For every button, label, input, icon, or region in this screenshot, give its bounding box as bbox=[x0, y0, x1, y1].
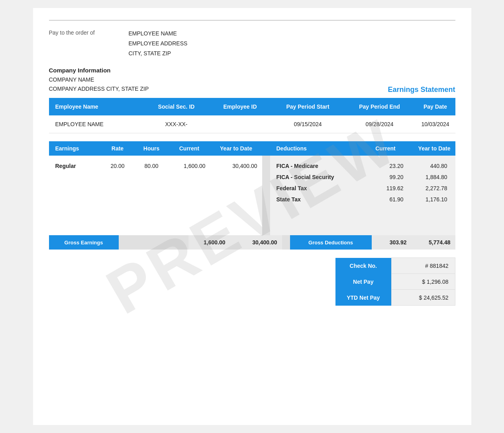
col-social-sec: Social Sec. ID bbox=[145, 102, 208, 111]
header-deductions-current: Current bbox=[364, 141, 408, 156]
employee-name-payto: EMPLOYEE NAME bbox=[129, 29, 188, 39]
ded-ytd-federal: 2,272.78 bbox=[408, 184, 452, 192]
earn-current: 1,600.00 bbox=[169, 162, 210, 170]
gross-separator bbox=[282, 235, 290, 250]
pay-to-section: Pay to the order of EMPLOYEE NAME EMPLOY… bbox=[49, 20, 455, 59]
ded-current-state: 61.90 bbox=[369, 195, 408, 203]
earn-ytd: 30,400.00 bbox=[210, 162, 262, 170]
earn-hours: 80.00 bbox=[135, 162, 169, 170]
header-hours: Hours bbox=[135, 141, 169, 156]
ded-name-federal: Federal Tax bbox=[273, 184, 369, 192]
gross-earnings-current: 1,600.00 bbox=[188, 235, 230, 250]
deduction-row-medicare: FICA - Medicare 23.20 440.80 bbox=[273, 162, 452, 170]
earnings-row-regular: Regular 20.00 80.00 1,600.00 30,400.00 bbox=[49, 162, 262, 170]
pay-to-label: Pay to the order of bbox=[49, 29, 129, 36]
ded-ytd-medicare: 440.80 bbox=[408, 162, 452, 170]
gross-earnings-empty bbox=[119, 235, 188, 250]
check-no-label: Check No. bbox=[335, 258, 391, 274]
company-left: Company Information COMPANY NAME COMPANY… bbox=[49, 67, 149, 94]
earnings-deductions-header: Earnings Rate Hours Current Year to Date… bbox=[49, 141, 455, 156]
header-rate: Rate bbox=[101, 141, 135, 156]
net-pay-value: $ 1,296.08 bbox=[391, 274, 455, 290]
ytd-net-pay-value: $ 24,625.52 bbox=[391, 290, 455, 306]
pay-stub-page: PREVIEW Pay to the order of EMPLOYEE NAM… bbox=[33, 8, 471, 425]
main-table-header: Employee Name Social Sec. ID Employee ID… bbox=[49, 98, 455, 115]
data-employee-name: EMPLOYEE NAME bbox=[49, 119, 145, 129]
main-table-data-row: EMPLOYEE NAME XXX-XX- 09/15/2024 09/28/2… bbox=[49, 115, 455, 133]
earnings-deductions-data: Regular 20.00 80.00 1,600.00 30,400.00 F… bbox=[49, 156, 455, 235]
data-pay-period-end: 09/28/2024 bbox=[344, 119, 416, 129]
data-ssid: XXX-XX- bbox=[145, 119, 208, 129]
ded-name-ss: FICA - Social Security bbox=[273, 173, 369, 181]
deduction-row-state: State Tax 61.90 1,176.10 bbox=[273, 195, 452, 203]
gross-earnings-ytd: 30,400.00 bbox=[230, 235, 282, 250]
earn-name: Regular bbox=[49, 162, 101, 170]
col-pay-period-end: Pay Period End bbox=[344, 102, 416, 111]
earnings-block: Regular 20.00 80.00 1,600.00 30,400.00 bbox=[49, 156, 262, 235]
pay-to-info: EMPLOYEE NAME EMPLOYEE ADDRESS CITY, STA… bbox=[129, 29, 188, 59]
ytd-net-pay-label: YTD Net Pay bbox=[335, 290, 391, 306]
data-employee-id bbox=[208, 119, 272, 129]
gross-deductions-current: 303.92 bbox=[372, 235, 412, 250]
gross-deductions-ytd: 5,774.48 bbox=[412, 235, 455, 250]
summary-ytd-row: YTD Net Pay $ 24,625.52 bbox=[335, 290, 455, 306]
header-earnings: Earnings bbox=[49, 141, 101, 156]
gross-earnings-label: Gross Earnings bbox=[49, 235, 119, 250]
header-ytd: Year to Date bbox=[210, 141, 262, 156]
col-pay-date: Pay Date bbox=[416, 102, 455, 111]
ded-current-medicare: 23.20 bbox=[369, 162, 408, 170]
header-separator bbox=[262, 141, 270, 156]
ded-ytd-state: 1,176.10 bbox=[408, 195, 452, 203]
ded-current-ss: 99.20 bbox=[369, 173, 408, 181]
col-employee-id: Employee ID bbox=[208, 102, 272, 111]
data-pay-period-start: 09/15/2024 bbox=[272, 119, 344, 129]
gross-totals-row: Gross Earnings 1,600.00 30,400.00 Gross … bbox=[49, 235, 455, 250]
header-current: Current bbox=[169, 141, 210, 156]
company-address: COMPANY ADDRESS CITY, STATE ZIP bbox=[49, 84, 149, 94]
deduction-row-federal: Federal Tax 119.62 2,272.78 bbox=[273, 184, 452, 192]
company-name: COMPANY NAME bbox=[49, 75, 149, 85]
gross-deductions-label: Gross Deductions bbox=[290, 235, 372, 250]
deduction-row-ss: FICA - Social Security 99.20 1,884.80 bbox=[273, 173, 452, 181]
employee-city-payto: CITY, STATE ZIP bbox=[129, 49, 188, 59]
net-pay-label: Net Pay bbox=[335, 274, 391, 290]
col-employee-name: Employee Name bbox=[49, 102, 145, 111]
ded-ytd-ss: 1,884.80 bbox=[408, 173, 452, 181]
ded-name-state: State Tax bbox=[273, 195, 369, 203]
data-separator bbox=[262, 156, 270, 235]
earn-rate: 20.00 bbox=[101, 162, 135, 170]
summary-table: Check No. # 881842 Net Pay $ 1,296.08 YT… bbox=[335, 257, 455, 306]
company-info-label: Company Information bbox=[49, 67, 149, 74]
data-pay-date: 10/03/2024 bbox=[416, 119, 455, 129]
ded-name-medicare: FICA - Medicare bbox=[273, 162, 369, 170]
check-no-value: # 881842 bbox=[391, 258, 455, 274]
company-section: Company Information COMPANY NAME COMPANY… bbox=[49, 67, 455, 94]
header-deductions-ytd: Year to Date bbox=[408, 141, 455, 156]
earnings-statement-title: Earnings Statement bbox=[388, 86, 455, 94]
header-deductions: Deductions bbox=[270, 141, 364, 156]
summary-net-pay-row: Net Pay $ 1,296.08 bbox=[335, 274, 455, 290]
employee-address-payto: EMPLOYEE ADDRESS bbox=[129, 39, 188, 49]
summary-check-row: Check No. # 881842 bbox=[335, 258, 455, 274]
ded-current-federal: 119.62 bbox=[369, 184, 408, 192]
col-pay-period-start: Pay Period Start bbox=[272, 102, 344, 111]
deductions-block: FICA - Medicare 23.20 440.80 FICA - Soci… bbox=[270, 156, 455, 235]
summary-section: Check No. # 881842 Net Pay $ 1,296.08 YT… bbox=[49, 257, 455, 306]
